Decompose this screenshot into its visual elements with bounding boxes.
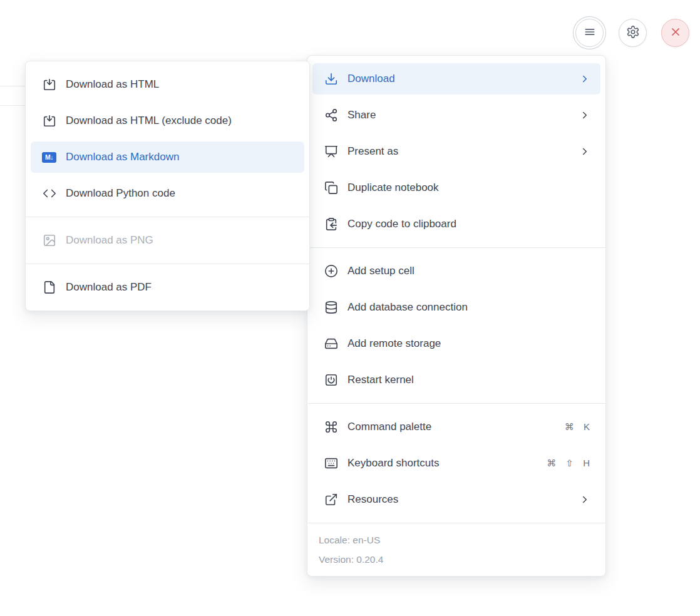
download-submenu: Download as HTML Download as HTML (exclu…	[25, 61, 310, 311]
menu-item-label: Download as Markdown	[66, 151, 294, 163]
menu-item-duplicate-notebook[interactable]: Duplicate notebook	[312, 172, 600, 203]
chevron-right-icon	[578, 494, 590, 505]
box-download-icon	[42, 114, 56, 128]
hamburger-icon	[584, 26, 596, 40]
menu-item-label: Add database connection	[347, 301, 590, 314]
file-icon	[42, 280, 56, 295]
notebook-menu: Download Share Present as	[307, 55, 606, 577]
menu-item-add-remote-storage[interactable]: Add remote storage	[312, 328, 600, 359]
menu-item-present-as[interactable]: Present as	[312, 136, 600, 167]
menu-item-label: Share	[347, 109, 569, 121]
submenu-group-pdf: Download as PDF	[26, 264, 309, 311]
external-link-icon	[324, 493, 338, 507]
menu-item-label: Command palette	[347, 421, 555, 433]
gear-icon	[626, 25, 640, 41]
image-icon	[42, 234, 56, 248]
menu-item-resources[interactable]: Resources	[312, 484, 600, 515]
menu-item-keyboard-shortcuts[interactable]: Keyboard shortcuts ⌘ ⇧ H	[312, 448, 600, 479]
shortcut-hint: ⌘ K	[565, 421, 590, 433]
menu-item-download-as-markdown[interactable]: M↓ Download as Markdown	[31, 141, 304, 173]
menu-item-restart-kernel[interactable]: Restart kernel	[312, 364, 600, 396]
hard-drive-icon	[324, 337, 338, 351]
locale-text: Locale: en-US	[319, 530, 594, 550]
menu-item-share[interactable]: Share	[312, 100, 600, 131]
clipboard-copy-icon	[324, 217, 338, 232]
box-download-icon	[42, 78, 56, 92]
menu-item-download-as-html-exclude-code[interactable]: Download as HTML (exclude code)	[31, 105, 304, 136]
shortcut-hint: ⌘ ⇧ H	[547, 458, 590, 469]
menu-item-command-palette[interactable]: Command palette ⌘ K	[312, 411, 600, 443]
command-icon	[324, 420, 338, 434]
menu-group-help: Command palette ⌘ K Keyboard shortcuts ⌘…	[307, 403, 605, 523]
chevron-right-icon	[578, 146, 590, 157]
markdown-badge-icon: M↓	[42, 150, 56, 165]
menu-item-label: Download Python code	[66, 187, 294, 200]
database-icon	[324, 300, 338, 315]
menu-group-notebook: Add setup cell Add database connection A…	[307, 247, 605, 403]
menu-item-label: Duplicate notebook	[347, 182, 590, 194]
menu-item-download-as-html[interactable]: Download as HTML	[31, 69, 304, 100]
menu-item-label: Keyboard shortcuts	[347, 457, 537, 470]
menu-item-download-as-png[interactable]: Download as PNG	[31, 225, 304, 256]
notebook-menu-button[interactable]	[575, 19, 604, 47]
menu-item-label: Restart kernel	[347, 374, 590, 386]
download-icon	[324, 72, 338, 86]
power-square-icon	[324, 373, 338, 388]
menu-item-download-as-pdf[interactable]: Download as PDF	[31, 272, 304, 303]
menu-item-label: Add setup cell	[347, 265, 590, 277]
menu-item-label: Copy code to clipboard	[347, 218, 590, 230]
menu-item-label: Present as	[347, 145, 569, 158]
circle-plus-icon	[324, 264, 338, 279]
submenu-group-exports: Download as HTML Download as HTML (exclu…	[26, 61, 309, 217]
share-icon	[324, 108, 338, 123]
menu-item-label: Add remote storage	[347, 337, 590, 350]
menu-footer: Locale: en-US Version: 0.20.4	[307, 523, 605, 576]
duplicate-icon	[324, 181, 338, 195]
keyboard-icon	[324, 456, 338, 471]
menu-item-add-setup-cell[interactable]: Add setup cell	[312, 255, 600, 287]
chevron-right-icon	[578, 110, 590, 121]
menu-item-download-python-code[interactable]: Download Python code	[31, 178, 304, 209]
menu-item-copy-code[interactable]: Copy code to clipboard	[312, 208, 600, 240]
code-icon	[42, 187, 56, 201]
cell-border-line	[0, 86, 25, 86]
settings-button[interactable]	[619, 19, 647, 47]
version-text: Version: 0.20.4	[319, 550, 594, 569]
menu-item-label: Download	[347, 73, 569, 85]
menu-group-actions: Download Share Present as	[307, 56, 605, 247]
menu-item-label: Download as PDF	[66, 281, 294, 294]
menu-item-download[interactable]: Download	[312, 63, 600, 95]
chevron-right-icon	[578, 73, 590, 85]
close-button[interactable]	[661, 19, 689, 47]
menu-item-label: Download as HTML (exclude code)	[66, 115, 294, 127]
cell-border-line	[0, 105, 25, 106]
menu-item-label: Resources	[347, 493, 569, 506]
close-icon	[669, 26, 682, 40]
menu-item-label: Download as HTML	[66, 78, 294, 91]
submenu-group-png: Download as PNG	[26, 217, 309, 264]
menu-item-add-database-connection[interactable]: Add database connection	[312, 292, 600, 323]
presentation-icon	[324, 145, 338, 159]
menu-item-label: Download as PNG	[66, 234, 294, 247]
